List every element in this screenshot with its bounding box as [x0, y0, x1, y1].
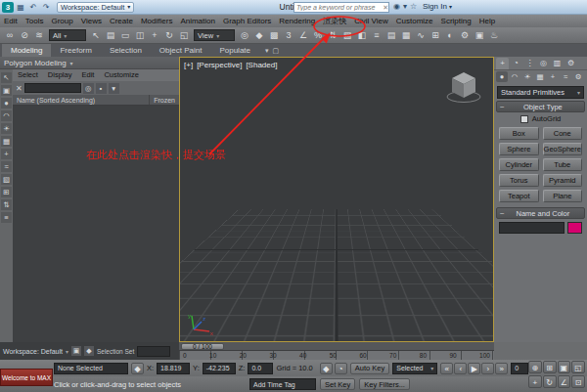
menu-item[interactable]: Tools: [22, 15, 48, 27]
maximize-viewport-icon[interactable]: ⊡: [571, 375, 585, 388]
shapes-filter-icon[interactable]: ◠: [1, 110, 12, 121]
percent-snap-icon[interactable]: %: [311, 28, 325, 42]
perspective-viewport[interactable]: [+] [Perspective] [Shaded] x y z: [179, 57, 494, 342]
zoom-region-icon[interactable]: ◱: [571, 361, 585, 373]
time-configuration-icon[interactable]: ◔: [335, 363, 347, 374]
explorer-menu-item[interactable]: Customize: [99, 69, 143, 81]
select-and-link-icon[interactable]: ∞: [3, 28, 17, 42]
timeline-tick[interactable]: 60: [359, 351, 366, 360]
selection-lock-icon[interactable]: ◆: [84, 346, 94, 356]
search-input[interactable]: [294, 4, 383, 11]
favorites-star-icon[interactable]: ☆: [410, 2, 417, 11]
display-tab-icon[interactable]: ▥: [551, 58, 564, 69]
reference-coordinate-dropdown[interactable]: View ▾: [194, 29, 235, 41]
timeline-tick[interactable]: 30: [269, 351, 276, 360]
key-mode-toggle-icon[interactable]: ◆: [320, 363, 333, 374]
lock-explorer-icon[interactable]: ▪: [96, 83, 107, 94]
select-mode-icon[interactable]: ↖: [1, 72, 12, 83]
spacewarps-category-icon[interactable]: ≈: [560, 71, 571, 82]
menu-item[interactable]: Graph Editors: [219, 15, 275, 27]
create-tab-icon[interactable]: +: [496, 58, 509, 69]
workspace-dropdown[interactable]: Workspace: Default ▾: [57, 2, 134, 13]
infocenter-search[interactable]: ✕: [294, 2, 389, 13]
menu-item[interactable]: Group: [47, 15, 76, 27]
viewport-menu-label[interactable]: [+]: [184, 61, 193, 69]
menu-item[interactable]: Modifiers: [137, 15, 176, 27]
zoom-extents-icon[interactable]: ▣: [558, 361, 571, 373]
menu-item[interactable]: Animation: [176, 15, 219, 27]
timeline-tick[interactable]: 90: [449, 351, 456, 360]
workspace-selector[interactable]: Workspace: Default: [3, 348, 63, 355]
angle-snap-icon[interactable]: ∠: [296, 28, 310, 42]
app-icon[interactable]: 3: [2, 2, 14, 13]
geometry-filter-icon[interactable]: ●: [1, 98, 12, 109]
save-icon[interactable]: ▦: [15, 2, 26, 13]
menu-item[interactable]: Edit: [0, 15, 22, 27]
time-slider-track[interactable]: 0 / 100: [179, 342, 494, 351]
select-and-move-icon[interactable]: +: [148, 28, 161, 42]
select-and-manipulate-icon[interactable]: ◆: [252, 28, 266, 42]
object-type-button[interactable]: GeoSphere: [543, 143, 583, 155]
motion-tab-icon[interactable]: ◎: [537, 58, 550, 69]
menu-item[interactable]: 渲染快: [319, 15, 350, 27]
explorer-menu-item[interactable]: Display: [43, 69, 77, 81]
object-type-button[interactable]: Torus: [499, 174, 539, 187]
object-name-field[interactable]: [499, 222, 564, 234]
window-crossing-icon[interactable]: ◫: [133, 28, 147, 42]
key-mode-dropdown[interactable]: Selected ▾: [392, 363, 437, 374]
autogrid-checkbox[interactable]: [520, 115, 528, 123]
ribbon-tab[interactable]: Modeling: [2, 44, 51, 57]
cameras-category-icon[interactable]: ▦: [534, 71, 546, 82]
keyboard-override-icon[interactable]: ▩: [267, 28, 281, 42]
groups-filter-icon[interactable]: ▧: [1, 174, 12, 185]
lights-filter-icon[interactable]: ☀: [1, 123, 12, 134]
explorer-menu-item[interactable]: Select: [13, 69, 43, 81]
viewport-view-label[interactable]: [Perspective]: [197, 61, 242, 69]
timeline-tick[interactable]: 20: [240, 351, 247, 360]
menu-item[interactable]: Views: [77, 15, 106, 27]
object-type-button[interactable]: Tube: [543, 158, 583, 171]
name-and-color-rollout[interactable]: − Name and Color: [496, 207, 585, 219]
selection-lock-toggle-icon[interactable]: ◆: [131, 363, 144, 374]
zoom-icon[interactable]: ⊕: [528, 361, 542, 373]
selection-filter-dropdown[interactable]: All ▾: [49, 29, 86, 41]
auto-key-button[interactable]: Auto Key: [350, 363, 389, 374]
render-setup-icon[interactable]: ⚙: [458, 28, 472, 42]
current-frame-field[interactable]: 0: [511, 363, 528, 374]
utilities-tab-icon[interactable]: ⚙: [564, 58, 577, 69]
hierarchy-mode-icon[interactable]: ≡: [1, 212, 12, 223]
go-to-end-icon[interactable]: »: [495, 363, 508, 374]
timeline-tick[interactable]: 50: [330, 351, 337, 360]
add-time-tag-field[interactable]: Add Time Tag: [249, 378, 316, 390]
find-icon[interactable]: ◎: [83, 83, 94, 94]
menu-item[interactable]: Help: [475, 15, 499, 27]
systems-category-icon[interactable]: ⚙: [572, 71, 584, 82]
helpers-filter-icon[interactable]: +: [1, 149, 12, 159]
selection-region-icon[interactable]: ▭: [118, 28, 132, 42]
object-type-button[interactable]: Teapot: [499, 190, 539, 202]
schematic-view-icon[interactable]: ⊞: [429, 28, 442, 42]
explorer-menu-item[interactable]: Edit: [76, 69, 99, 81]
object-type-button[interactable]: Sphere: [499, 143, 539, 155]
select-by-name-icon[interactable]: ▤: [104, 28, 117, 42]
ribbon-tab[interactable]: Populate: [210, 44, 259, 57]
select-and-scale-icon[interactable]: ◱: [177, 28, 191, 42]
timeline-tick[interactable]: 70: [389, 351, 396, 360]
menu-item[interactable]: Customize: [392, 15, 437, 27]
clear-search-icon[interactable]: ✕: [16, 84, 23, 93]
redo-icon[interactable]: ↷: [40, 2, 52, 13]
geometry-category-icon[interactable]: ●: [496, 71, 508, 82]
key-filters-button[interactable]: Key Filters...: [359, 378, 410, 390]
hierarchy-tab-icon[interactable]: ⋮: [523, 58, 536, 69]
use-pivot-center-icon[interactable]: ◎: [238, 28, 251, 42]
set-key-button[interactable]: Set Key: [320, 378, 355, 390]
mirror-icon[interactable]: ◧: [355, 28, 369, 42]
play-icon[interactable]: ▶: [468, 363, 480, 374]
polygon-modeling-panel-bar[interactable]: Polygon Modeling ▾: [0, 57, 179, 69]
modify-tab-icon[interactable]: ◔: [510, 58, 522, 69]
orbit-icon[interactable]: ↻: [543, 375, 557, 388]
display-all-icon[interactable]: ▣: [1, 85, 12, 96]
menu-item[interactable]: Rendering: [275, 15, 319, 27]
timeline-tick[interactable]: 40: [299, 351, 306, 360]
primitive-category-dropdown[interactable]: Standard Primitives ▾: [497, 86, 584, 99]
